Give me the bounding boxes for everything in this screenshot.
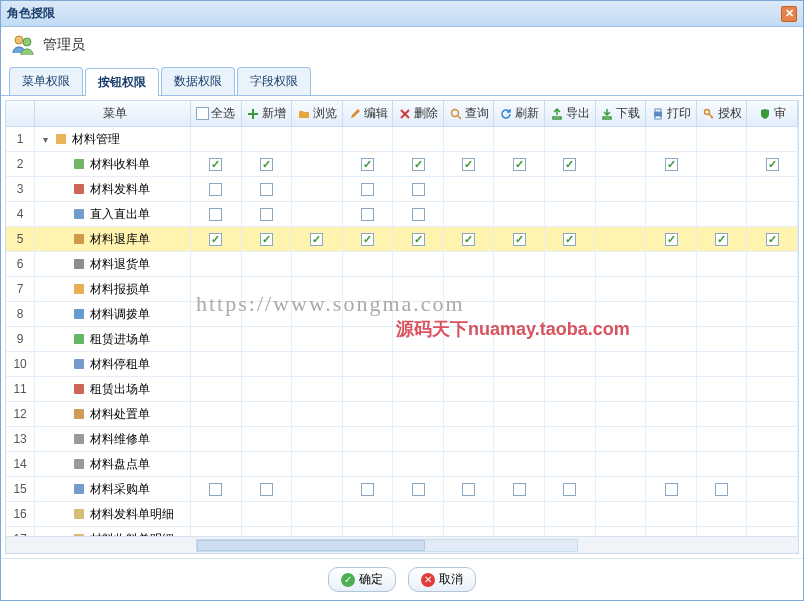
menu-cell: 材料退货单 [35,252,191,276]
perm-checkbox-all[interactable] [209,483,222,496]
column-header-delete[interactable]: 删除 [393,101,444,126]
scroll-thumb[interactable] [197,540,425,551]
perm-cell-browse [292,227,343,251]
perm-checkbox-delete[interactable] [412,208,425,221]
menu-cell: 材料处置单 [35,402,191,426]
column-header-edit[interactable]: 编辑 [343,101,394,126]
perm-checkbox-edit[interactable] [361,208,374,221]
table-row[interactable]: 2材料收料单 [6,152,798,177]
tab-2[interactable]: 数据权限 [161,67,235,95]
table-row[interactable]: 10材料停租单 [6,352,798,377]
perm-checkbox-all[interactable] [209,183,222,196]
table-row[interactable]: 17材料收料单明细 [6,527,798,536]
column-header-export[interactable]: 导出 [545,101,596,126]
column-header-num[interactable] [6,101,35,126]
perm-checkbox-edit[interactable] [361,233,374,246]
perm-checkbox-add[interactable] [260,158,273,171]
column-header-download[interactable]: 下载 [596,101,647,126]
column-header-browse[interactable]: 浏览 [292,101,343,126]
column-header-review[interactable]: 审 [747,101,798,126]
table-row[interactable]: 1▾材料管理 [6,127,798,152]
perm-cell-review [747,252,798,276]
tabs: 菜单权限按钮权限数据权限字段权限 [1,63,803,96]
perm-checkbox-delete[interactable] [412,158,425,171]
cancel-button[interactable]: ✕取消 [408,567,476,592]
perm-checkbox-add[interactable] [260,233,273,246]
plus-icon [246,107,260,121]
row-number: 17 [6,527,35,536]
perm-checkbox-add[interactable] [260,183,273,196]
column-header-all[interactable]: 全选 [191,101,242,126]
table-row[interactable]: 7材料报损单 [6,277,798,302]
perm-checkbox-export[interactable] [563,158,576,171]
row-number: 11 [6,377,35,401]
tab-0[interactable]: 菜单权限 [9,67,83,95]
perm-checkbox-authorize[interactable] [715,483,728,496]
perm-checkbox-all[interactable] [209,158,222,171]
perm-checkbox-refresh[interactable] [513,158,526,171]
ok-button[interactable]: ✓确定 [328,567,396,592]
perm-checkbox-all[interactable] [209,233,222,246]
perm-checkbox-browse[interactable] [310,233,323,246]
table-row[interactable]: 12材料处置单 [6,402,798,427]
perm-checkbox-edit[interactable] [361,183,374,196]
table-row[interactable]: 4直入直出单 [6,202,798,227]
perm-checkbox-refresh[interactable] [513,483,526,496]
perm-checkbox-print[interactable] [665,158,678,171]
column-header-print[interactable]: 打印 [646,101,697,126]
table-row[interactable]: 8材料调拨单 [6,302,798,327]
tab-1[interactable]: 按钮权限 [85,68,159,96]
perm-cell-add [242,527,293,536]
table-row[interactable]: 11租赁出场单 [6,377,798,402]
perm-checkbox-query[interactable] [462,158,475,171]
svg-rect-14 [74,309,84,319]
perm-checkbox-review[interactable] [766,233,779,246]
perm-cell-authorize [697,377,748,401]
perm-cell-delete [393,277,444,301]
perm-checkbox-add[interactable] [260,483,273,496]
table-row[interactable]: 14材料盘点单 [6,452,798,477]
tab-3[interactable]: 字段权限 [237,67,311,95]
perm-cell-export [545,377,596,401]
perm-checkbox-edit[interactable] [361,483,374,496]
perm-cell-download [596,527,647,536]
table-row[interactable]: 3材料发料单 [6,177,798,202]
perm-cell-download [596,327,647,351]
table-row[interactable]: 9租赁进场单 [6,327,798,352]
column-header-authorize[interactable]: 授权 [697,101,748,126]
column-header-add[interactable]: 新增 [242,101,293,126]
perm-checkbox-export[interactable] [563,233,576,246]
perm-cell-browse [292,202,343,226]
close-icon[interactable]: ✕ [781,6,797,22]
horizontal-scrollbar[interactable] [6,536,798,553]
perm-cell-review [747,402,798,426]
perm-checkbox-print[interactable] [665,233,678,246]
table-row[interactable]: 13材料维修单 [6,427,798,452]
perm-checkbox-print[interactable] [665,483,678,496]
grid-body[interactable]: 1▾材料管理2材料收料单3材料发料单4直入直出单5材料退库单6材料退货单7材料报… [6,127,798,536]
table-row[interactable]: 15材料采购单 [6,477,798,502]
perm-checkbox-delete[interactable] [412,483,425,496]
perm-checkbox-review[interactable] [766,158,779,171]
column-header-refresh[interactable]: 刷新 [494,101,545,126]
perm-checkbox-all[interactable] [209,208,222,221]
tree-toggle-icon[interactable]: ▾ [39,134,51,145]
perm-checkbox-edit[interactable] [361,158,374,171]
table-row[interactable]: 16材料发料单明细 [6,502,798,527]
perm-checkbox-query[interactable] [462,483,475,496]
perm-checkbox-export[interactable] [563,483,576,496]
perm-checkbox-delete[interactable] [412,183,425,196]
column-header-query[interactable]: 查询 [444,101,495,126]
perm-checkbox-query[interactable] [462,233,475,246]
table-row[interactable]: 5材料退库单 [6,227,798,252]
perm-checkbox-delete[interactable] [412,233,425,246]
perm-checkbox-refresh[interactable] [513,233,526,246]
column-header-menu[interactable]: 菜单 [35,101,191,126]
perm-cell-download [596,427,647,451]
perm-checkbox-authorize[interactable] [715,233,728,246]
table-row[interactable]: 6材料退货单 [6,252,798,277]
select-all-checkbox[interactable] [196,107,209,120]
menu-cell: 租赁出场单 [35,377,191,401]
perm-checkbox-add[interactable] [260,208,273,221]
perm-cell-edit [343,202,394,226]
